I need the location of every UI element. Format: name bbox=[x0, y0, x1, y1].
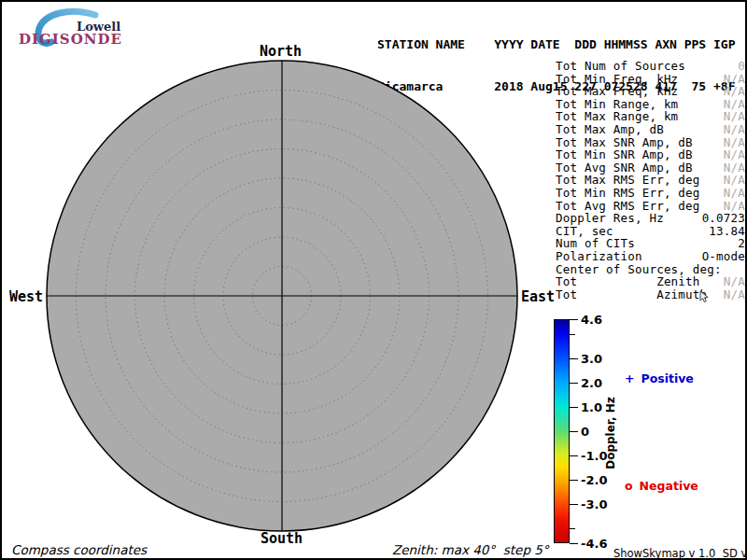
stat-label: Doppler Res, Hz bbox=[556, 212, 664, 225]
stat-row: CIT, sec13.84 bbox=[556, 225, 745, 238]
stat-row: Center of Sources, deg: bbox=[556, 263, 745, 276]
stats-rows: Tot Num of Sources0Tot Min Freq, kHzN/AT… bbox=[556, 60, 745, 301]
stat-value: N/A bbox=[724, 174, 745, 187]
colorbar-tick bbox=[570, 504, 578, 505]
stat-row: Tot Max Range, kmN/A bbox=[556, 110, 745, 123]
mouse-cursor-icon bbox=[699, 290, 711, 303]
stat-label: Polarization bbox=[556, 250, 642, 263]
circle-marker-icon: o bbox=[625, 479, 633, 493]
stat-label: Tot Max RMS Err, deg bbox=[556, 174, 700, 187]
stat-label: Tot Avg SNR Amp, dB bbox=[556, 161, 693, 175]
stat-label: Tot Min RMS Err, deg bbox=[556, 187, 700, 200]
plus-marker-icon: + bbox=[625, 371, 634, 385]
coordinate-system-label: Compass coordinates bbox=[11, 542, 147, 557]
stat-row: Num of CITs2 bbox=[556, 237, 745, 250]
colorbar-tick-label: -3.0 bbox=[581, 497, 607, 511]
stat-row: Tot Min Freq, kHzN/A bbox=[556, 73, 745, 86]
stat-row: Tot Min RMS Err, degN/A bbox=[556, 187, 745, 200]
stat-label: Tot Min Range, km bbox=[556, 98, 678, 111]
stat-value: O-mode bbox=[702, 250, 745, 263]
version-label: ShowSkymap v 1.0 SD v 4.2 bbox=[613, 547, 747, 560]
stat-value: 2 bbox=[738, 237, 745, 250]
stat-value: N/A bbox=[724, 161, 745, 175]
colorbar-tick bbox=[570, 383, 578, 384]
stat-value: N/A bbox=[724, 148, 745, 161]
compass-label-west: West bbox=[9, 288, 43, 305]
stat-label: Tot Num of Sources bbox=[556, 60, 685, 73]
compass-label-east: East bbox=[521, 288, 555, 305]
stat-value: 13.84 bbox=[709, 225, 745, 238]
stat-row: Tot Max SNR Amp, dBN/A bbox=[556, 136, 745, 149]
stat-label: Tot Min Freq, kHz bbox=[556, 73, 678, 86]
compass-label-north: North bbox=[260, 43, 302, 60]
stat-value: N/A bbox=[724, 136, 745, 149]
stat-row: Tot Max Amp, dBN/A bbox=[556, 123, 745, 136]
stat-value: 0.0723 bbox=[702, 212, 745, 225]
stat-label: Tot Min SNR Amp, dB bbox=[556, 148, 693, 161]
colorbar-tick bbox=[570, 358, 578, 359]
stat-value: N/A bbox=[724, 288, 745, 301]
colorbar-title: Doppler, Hz bbox=[604, 397, 617, 469]
stat-label: CIT, sec bbox=[556, 225, 613, 238]
stat-row: PolarizationO-mode bbox=[556, 250, 745, 263]
colorbar-tick bbox=[570, 480, 578, 481]
colorbar-tick-label: -4.6 bbox=[581, 537, 607, 551]
stat-row: Tot Min Range, kmN/A bbox=[556, 98, 745, 111]
doppler-colorbar: 4.63.02.01.00-1.0-2.0-3.0-4.6 bbox=[554, 319, 745, 543]
colorbar-tick-label: 1.0 bbox=[581, 399, 602, 413]
stat-label: Tot Max Amp, dB bbox=[556, 123, 664, 136]
stat-value: N/A bbox=[724, 187, 745, 200]
colorbar-tick-label: 2.0 bbox=[581, 375, 602, 389]
stat-row: Tot Avg SNR Amp, dBN/A bbox=[556, 161, 745, 175]
stat-value: N/A bbox=[724, 275, 745, 288]
stats-panel: Tot Num of Sources0Tot Min Freq, kHzN/AT… bbox=[556, 60, 745, 301]
stat-value: N/A bbox=[724, 85, 745, 98]
colorbar-tick bbox=[570, 528, 575, 529]
stat-row: Tot Min SNR Amp, dBN/A bbox=[556, 148, 745, 161]
stat-value: N/A bbox=[724, 73, 745, 86]
colorbar-tick bbox=[570, 334, 575, 335]
showskymap-window: Lowell DIGISONDE STATION NAME YYYY DATE … bbox=[0, 0, 747, 560]
colorbar-tick-label: 0 bbox=[581, 425, 589, 439]
stat-label: Tot Max Range, km bbox=[556, 110, 678, 123]
stat-value: N/A bbox=[724, 110, 745, 123]
stat-label: Tot Avg RMS Err, deg bbox=[556, 200, 700, 213]
stat-row: Tot Avg RMS Err, degN/A bbox=[556, 200, 745, 213]
stat-label: Tot Azimuth bbox=[556, 288, 707, 301]
colorbar-gradient bbox=[554, 319, 570, 543]
colorbar-tick-label: 3.0 bbox=[581, 351, 602, 365]
stat-value: N/A bbox=[724, 98, 745, 111]
stat-value: 0 bbox=[738, 60, 745, 73]
stat-value: N/A bbox=[724, 123, 745, 136]
stat-row: Tot Max Freq, kHzN/A bbox=[556, 85, 745, 98]
colorbar-tick bbox=[570, 543, 578, 544]
colorbar-tick-label: -2.0 bbox=[581, 473, 607, 487]
stat-value: N/A bbox=[724, 200, 745, 213]
colorbar-tick bbox=[570, 319, 578, 320]
zenith-scale-label: Zenith: max 40° step 5° bbox=[392, 542, 549, 557]
stat-row: Tot AzimuthN/A bbox=[556, 288, 745, 301]
colorbar-tick bbox=[570, 455, 578, 456]
stat-row: Tot Max RMS Err, degN/A bbox=[556, 174, 745, 187]
colorbar-tick bbox=[570, 407, 578, 408]
stat-label: Tot Max Freq, kHz bbox=[556, 85, 678, 98]
stat-row: Doppler Res, Hz0.0723 bbox=[556, 212, 745, 225]
stat-label: Tot Zenith bbox=[556, 275, 700, 288]
colorbar-tick-label: 4.6 bbox=[581, 313, 602, 327]
stat-label: Num of CITs bbox=[556, 237, 635, 250]
legend-positive: +Positive bbox=[625, 371, 694, 385]
stat-label: Tot Max SNR Amp, dB bbox=[556, 136, 693, 149]
legend-negative-label: Negative bbox=[640, 479, 698, 493]
stat-label: Center of Sources, deg: bbox=[556, 263, 722, 276]
colorbar-tick bbox=[570, 431, 578, 432]
legend-positive-label: Positive bbox=[641, 371, 693, 385]
compass-label-south: South bbox=[261, 530, 303, 547]
stat-row: Tot ZenithN/A bbox=[556, 275, 745, 288]
legend-negative: oNegative bbox=[625, 479, 698, 493]
stat-row: Tot Num of Sources0 bbox=[556, 60, 745, 73]
